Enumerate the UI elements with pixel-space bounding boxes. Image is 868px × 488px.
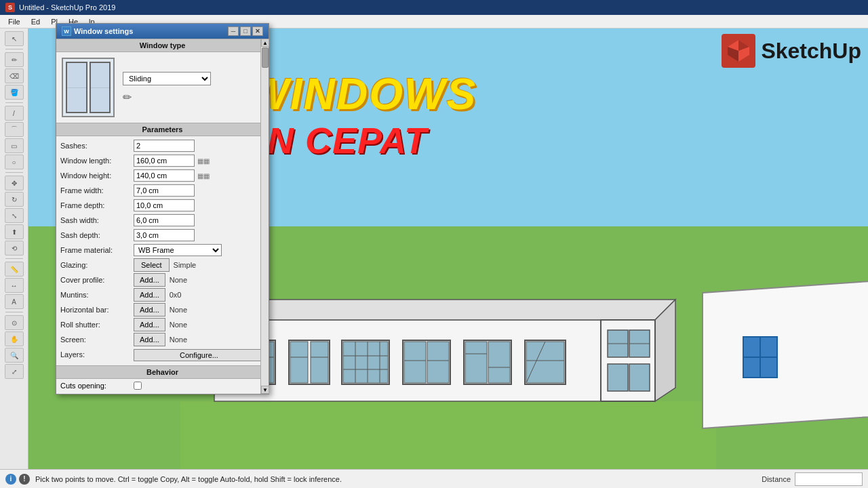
tool-zoom[interactable]: 🔍 [5,348,24,363]
tool-pan[interactable]: ✋ [5,331,24,346]
tool-divider-3 [5,172,23,173]
horizontal-bar-add-btn[interactable]: Add... [134,303,165,317]
tool-pencil[interactable]: ✏ [5,52,24,67]
svg-rect-16 [311,342,328,383]
dialog-minimize-btn[interactable]: ─ [228,26,239,36]
sketchup-logo-icon [722,34,755,68]
label-sashes: Sashes: [60,142,134,150]
select-frame-material[interactable]: WB Frame Aluminum PVC [134,244,222,256]
svg-rect-4 [180,401,716,469]
tool-tape[interactable]: 📏 [5,262,24,277]
svg-rect-28 [427,342,449,383]
screen-add-btn[interactable]: Add... [134,333,165,346]
tool-divider-4 [5,258,23,259]
label-length: Window length: [60,157,134,165]
status-icon-2: ! [19,474,30,485]
tool-push-pull[interactable]: ⬆ [5,224,24,239]
section-window-type: Window type [56,39,269,52]
scroll-up-btn[interactable]: ▲ [261,39,269,47]
scroll-down-btn[interactable]: ▼ [261,386,269,394]
tool-arc[interactable]: ⌒ [5,122,24,137]
svg-marker-6 [214,300,675,320]
tool-rect[interactable]: ▭ [5,138,24,153]
label-muntins: Muntins: [60,291,134,299]
param-row-sash-depth: Sash depth: [60,228,264,242]
input-height[interactable] [134,169,195,182]
distance-label: Distance [762,475,791,483]
roll-shutter-value: None [170,321,187,329]
param-row-roll-shutter: Roll shutter: Add... None [60,318,264,331]
param-row-frame-material: Frame material: WB Frame Aluminum PVC [60,243,264,257]
svg-rect-45 [608,364,628,391]
tool-scale[interactable]: ⤡ [5,208,24,223]
tool-offset[interactable]: ⟲ [5,241,24,256]
window-settings-dialog: W Window settings ─ □ ✕ Window type Slid… [56,23,269,394]
dialog-title: Window settings [74,27,133,35]
input-frame-width[interactable] [134,184,195,197]
input-sash-depth[interactable] [134,229,195,241]
label-frame-width: Frame width: [60,186,134,195]
cover-profile-value: None [170,276,187,284]
svg-marker-47 [703,279,868,428]
roll-shutter-add-btn[interactable]: Add... [134,318,165,331]
tool-circle[interactable]: ○ [5,155,24,169]
tool-zoom-ext[interactable]: ⤢ [5,364,24,379]
tool-orbit[interactable]: ⊙ [5,315,24,330]
tool-line[interactable]: / [5,106,24,121]
param-row-horizontal-bar: Horizontal bar: Add... None [60,303,264,317]
tool-divider-5 [5,312,23,312]
param-row-length: Window length: ▦▦ [60,154,264,167]
label-cover-profile: Cover profile: [60,276,134,284]
svg-rect-37 [526,342,564,383]
app-titlebar: S Untitled - SketchUp Pro 2019 [0,0,868,15]
menu-edit[interactable]: Ed [26,18,45,26]
muntins-add-btn[interactable]: Add... [134,288,165,302]
edit-icon[interactable]: ✏ [123,92,132,103]
dialog-scrollbar[interactable]: ▲ ▼ [260,39,269,394]
label-sash-depth: Sash depth: [60,231,134,239]
tool-move[interactable]: ✥ [5,176,24,190]
dialog-maximize-btn[interactable]: □ [240,26,251,36]
tool-eraser[interactable]: ⌫ [5,68,24,83]
tool-divider-2 [5,102,23,103]
label-horizontal-bar: Horizontal bar: [60,306,134,314]
app-icon: S [5,3,15,12]
params-table: Sashes: Window length: ▦▦ Window height:… [56,136,269,365]
cover-profile-add-btn[interactable]: Add... [134,273,165,287]
window-pane-left [66,62,87,113]
input-length[interactable] [134,155,195,167]
window-type-select[interactable]: Sliding Casement Fixed Double Hung [123,72,211,85]
glazing-select-btn[interactable]: Select [134,258,170,272]
input-frame-depth[interactable] [134,199,195,211]
tool-text[interactable]: A [5,294,24,309]
tool-paint[interactable]: 🪣 [5,85,24,100]
checkbox-cuts-opening[interactable] [134,382,142,390]
statusbar: i ! Pick two points to move. Ctrl = togg… [0,469,868,488]
window-pane-right [90,62,111,113]
tool-select[interactable]: ↖ [5,31,24,46]
label-sash-width: Sash width: [60,216,134,224]
configure-btn[interactable]: Configure... [134,349,264,361]
label-roll-shutter: Roll shutter: [60,321,134,329]
ruler-icon-height: ▦▦ [197,172,210,180]
input-sashes[interactable] [134,140,195,152]
tool-rotate[interactable]: ↻ [5,192,24,207]
window-type-area: Sliding Casement Fixed Double Hung ✏ [56,52,269,123]
toolbar: ↖ ✏ ⌫ 🪣 / ⌒ ▭ ○ ✥ ↻ ⤡ ⬆ ⟲ 📏 ↔ A ⊙ ✋ 🔍 ⤢ [0,28,28,469]
param-row-height: Window height: ▦▦ [60,169,264,182]
tool-dim[interactable]: ↔ [5,278,24,293]
info-icon: i [5,474,16,485]
scroll-thumb[interactable] [262,47,269,68]
distance-input[interactable] [795,472,863,486]
param-row-muntins: Muntins: Add... 0x0 [60,288,264,302]
input-sash-width[interactable] [134,214,195,226]
dialog-close-btn[interactable]: ✕ [252,26,263,36]
param-row-sashes: Sashes: [60,139,264,152]
svg-rect-46 [629,364,650,391]
param-row-glazing: Glazing: Select Simple [60,258,264,272]
sketchup-logo: SketchUp [722,34,861,68]
dialog-icon: W [62,26,71,36]
menu-file[interactable]: File [3,18,26,26]
label-glazing: Glazing: [60,261,134,269]
param-row-screen: Screen: Add... None [60,333,264,346]
